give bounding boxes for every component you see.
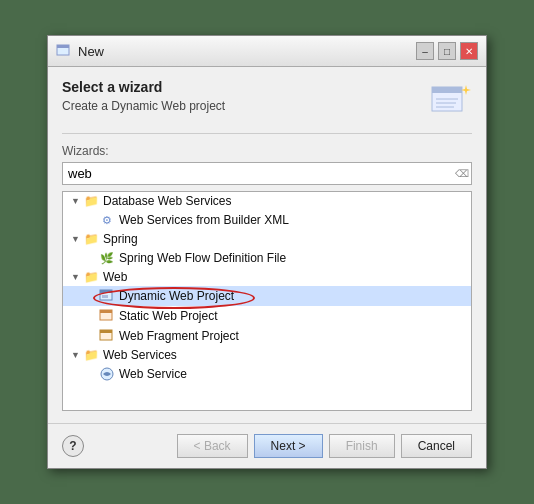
tree-item-web-folder[interactable]: ▼ 📁 Web	[63, 268, 471, 286]
expand-icon-webservices: ▼	[71, 350, 81, 360]
folder-icon-webservices: 📁	[83, 348, 99, 362]
title-bar: New – □ ✕	[48, 36, 486, 67]
dialog-footer: ? < Back Next > Finish Cancel	[48, 423, 486, 468]
dialog-body: Select a wizard Create a Dynamic Web pro…	[48, 67, 486, 423]
tree-label-web-service: Web Service	[119, 367, 187, 381]
tree-label-ws-builder: Web Services from Builder XML	[119, 213, 289, 227]
tree-label-static-web: Static Web Project	[119, 309, 217, 323]
wizard-tree[interactable]: ▼ 📁 Database Web Services ⚙ Web Services…	[62, 191, 472, 411]
tree-item-db-services[interactable]: ▼ 📁 Database Web Services	[63, 192, 471, 210]
tree-item-ws-builder[interactable]: ⚙ Web Services from Builder XML	[63, 210, 471, 230]
dialog-title: New	[78, 44, 104, 59]
expand-icon-web: ▼	[71, 272, 81, 282]
minimize-button[interactable]: –	[416, 42, 434, 60]
tree-label-web-fragment: Web Fragment Project	[119, 329, 239, 343]
svg-rect-9	[102, 295, 108, 298]
search-clear-button[interactable]: ⌫	[453, 165, 471, 183]
wizard-icon-area	[428, 79, 472, 123]
tree-item-web-services[interactable]: ▼ 📁 Web Services	[63, 346, 471, 364]
tree-item-web-fragment[interactable]: Web Fragment Project	[63, 326, 471, 346]
search-input[interactable]	[63, 163, 453, 184]
tree-label-web-services: Web Services	[103, 348, 177, 362]
tree-item-spring[interactable]: ▼ 📁 Spring	[63, 230, 471, 248]
svg-rect-13	[100, 330, 112, 333]
title-controls: – □ ✕	[416, 42, 478, 60]
wizards-label: Wizards:	[62, 144, 472, 158]
item-icon-ws-builder: ⚙	[99, 212, 115, 228]
tree-label-dynamic-web: Dynamic Web Project	[119, 289, 234, 303]
svg-rect-3	[432, 87, 462, 93]
tree-item-web-service[interactable]: Web Service	[63, 364, 471, 384]
folder-icon-db: 📁	[83, 194, 99, 208]
tree-item-dynamic-web[interactable]: Dynamic Web Project	[63, 286, 471, 306]
help-button[interactable]: ?	[62, 435, 84, 457]
title-bar-left: New	[56, 43, 104, 59]
search-row: ⌫	[62, 162, 472, 185]
expand-icon-db: ▼	[71, 196, 81, 206]
tree-label-spring-web: Spring Web Flow Definition File	[119, 251, 286, 265]
section-subtitle: Create a Dynamic Web project	[62, 99, 472, 113]
header-area: Select a wizard Create a Dynamic Web pro…	[62, 79, 472, 134]
folder-icon-spring: 📁	[83, 232, 99, 246]
svg-rect-1	[57, 45, 69, 48]
tree-label-web: Web	[103, 270, 127, 284]
section-title: Select a wizard	[62, 79, 472, 95]
finish-button[interactable]: Finish	[329, 434, 395, 458]
footer-buttons: < Back Next > Finish Cancel	[177, 434, 472, 458]
folder-icon-web: 📁	[83, 270, 99, 284]
svg-rect-8	[100, 290, 112, 293]
tree-label-db-services: Database Web Services	[103, 194, 232, 208]
maximize-button[interactable]: □	[438, 42, 456, 60]
item-icon-static-web	[99, 308, 115, 324]
tree-item-static-web[interactable]: Static Web Project	[63, 306, 471, 326]
wizard-sparkle-icon	[428, 79, 472, 123]
dialog-icon	[56, 43, 72, 59]
item-icon-web-fragment	[99, 328, 115, 344]
new-wizard-dialog: New – □ ✕ Select a wizard Create a Dynam…	[47, 35, 487, 469]
tree-item-spring-web[interactable]: 🌿 Spring Web Flow Definition File	[63, 248, 471, 268]
svg-rect-11	[100, 310, 112, 313]
cancel-button[interactable]: Cancel	[401, 434, 472, 458]
item-icon-web-service	[99, 366, 115, 382]
item-icon-dynamic-web	[99, 288, 115, 304]
next-button[interactable]: Next >	[254, 434, 323, 458]
close-button[interactable]: ✕	[460, 42, 478, 60]
footer-left: ?	[62, 435, 84, 457]
back-button[interactable]: < Back	[177, 434, 248, 458]
expand-icon-spring: ▼	[71, 234, 81, 244]
tree-label-spring: Spring	[103, 232, 138, 246]
item-icon-spring-web: 🌿	[99, 250, 115, 266]
